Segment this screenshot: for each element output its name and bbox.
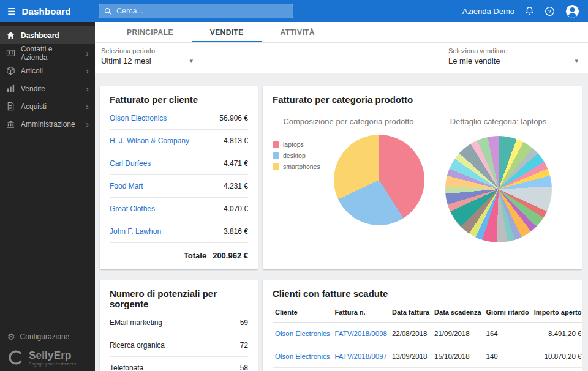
menu-icon[interactable]: ☰ <box>7 7 15 16</box>
client-link[interactable]: Great Clothes <box>110 204 155 213</box>
chevron-right-icon: › <box>86 120 89 129</box>
sidebar: Dashboard Contatti e Azienda › Articoli … <box>0 22 95 371</box>
tab-attivita[interactable]: ATTIVITÀ <box>262 22 333 42</box>
card-title: Fatturato per categoria prodotto <box>273 94 572 105</box>
total-value: 200.962 € <box>213 251 248 260</box>
invoice-link[interactable]: FATV/2018/0097 <box>334 353 386 360</box>
seller-select[interactable]: Le mie vendite ▾ <box>448 56 578 66</box>
card-title: Clienti con fatture scadute <box>273 288 572 299</box>
client-link[interactable]: Olson Electronics <box>275 353 330 360</box>
chevron-right-icon: › <box>86 102 89 111</box>
legend-swatch <box>273 152 279 159</box>
col-data-fattura: Data fattura <box>390 302 432 323</box>
company-name[interactable]: Azienda Demo <box>462 7 514 16</box>
contacts-icon <box>6 48 15 58</box>
period-filter: Seleziona periodo Ultimi 12 mesi ▾ <box>101 47 193 66</box>
client-value: 4.471 € <box>224 159 248 168</box>
client-link[interactable]: John F. Lawhon <box>110 227 161 236</box>
source-count: 58 <box>240 364 248 371</box>
source-name: EMail marketing <box>110 318 162 327</box>
list-item: Olson Electronics 56.906 € <box>110 107 248 130</box>
sidebar-item-configurazione[interactable]: ⚙ Configurazione <box>7 332 88 341</box>
svg-text:?: ? <box>548 8 551 14</box>
client-link[interactable]: Olson Electronics <box>110 114 167 122</box>
source-name: Ricerca organica <box>110 341 165 350</box>
chart-title: Composizione per categoria prodotto <box>283 117 413 126</box>
filter-bar: Seleziona periodo Ultimi 12 mesi ▾ Selez… <box>95 43 588 73</box>
card-title: Fatturato per cliente <box>110 94 248 105</box>
notifications-icon[interactable] <box>525 6 534 16</box>
pie-chart-categories <box>334 135 424 225</box>
source-count: 72 <box>240 341 248 350</box>
chevron-right-icon: › <box>86 67 89 75</box>
sidebar-item-vendite[interactable]: Vendite › <box>0 80 95 97</box>
period-select[interactable]: Ultimi 12 mesi ▾ <box>101 56 193 66</box>
legend-item: desktop <box>273 152 334 159</box>
configurazione-label: Configurazione <box>20 332 70 341</box>
client-link[interactable]: Food Mart <box>110 182 143 190</box>
card-revenue-by-category: Fatturato per categoria prodotto Composi… <box>263 86 582 269</box>
sidebar-nav: Dashboard Contatti e Azienda › Articoli … <box>0 22 95 133</box>
search-box[interactable] <box>99 4 293 18</box>
brand-text: SellyErp Engage your customers <box>29 350 76 366</box>
invoice-link[interactable]: FATV/2018/0098 <box>334 330 386 337</box>
category-composition-chart: Composizione per categoria prodotto lapt… <box>273 107 424 242</box>
sidebar-item-label: Contatti e Azienda <box>21 45 80 62</box>
total-row: Totale 200.962 € <box>110 243 248 268</box>
client-value: 4.231 € <box>224 182 248 190</box>
source-name: Telefonata <box>110 364 143 371</box>
client-value: 4.070 € <box>224 204 248 213</box>
col-fattura: Fattura n. <box>332 302 389 323</box>
sidebar-item-acquisti[interactable]: Acquisti › <box>0 97 95 115</box>
category-detail-chart: Dettaglio categoria: laptops <box>424 107 572 242</box>
total-label: Totale <box>184 251 206 260</box>
tab-principale[interactable]: PRINCIPALE <box>108 22 192 42</box>
invoice-date: 22/08/2018 <box>390 323 432 345</box>
client-value: 56.906 € <box>219 114 248 122</box>
client-link[interactable]: Carl Durfees <box>110 159 151 168</box>
sidebar-item-articoli[interactable]: Articoli › <box>0 62 95 80</box>
avatar[interactable] <box>565 4 579 18</box>
chart-legend: laptops desktop smartphones <box>273 141 334 170</box>
purchases-icon <box>6 102 15 111</box>
chevron-down-icon: ▾ <box>575 57 578 65</box>
gear-icon: ⚙ <box>7 332 15 341</box>
list-item: Ricerca organica 72 <box>110 334 248 357</box>
list-item: Great Clothes 4.070 € <box>110 198 248 220</box>
sidebar-item-label: Articoli <box>21 67 43 75</box>
seller-select-value: Le mie vendite <box>448 56 500 66</box>
help-icon[interactable]: ? <box>545 6 555 17</box>
page-title: Dashboard <box>21 6 70 17</box>
sidebar-footer: ⚙ Configurazione SellyErp Engage your cu… <box>0 332 95 366</box>
due-date: 21/09/2018 <box>432 323 483 345</box>
appbar-right: Azienda Demo ? <box>462 4 588 18</box>
table-header-row: Cliente Fattura n. Data fattura Data sca… <box>273 302 582 323</box>
col-importo-aperto: Importo aperto <box>532 302 582 323</box>
invoice-date: 13/09/2018 <box>390 345 432 368</box>
seller-filter-label: Seleziona venditore <box>448 47 578 54</box>
client-link[interactable]: H. J. Wilson & Company <box>110 137 189 145</box>
open-amount: 8.491,20 € <box>532 323 582 345</box>
chevron-right-icon: › <box>86 49 89 58</box>
list-item: H. J. Wilson & Company 4.813 € <box>110 130 248 152</box>
brand-logo: SellyErp Engage your customers <box>7 349 88 366</box>
legend-item: laptops <box>273 141 334 148</box>
due-date: 15/10/2018 <box>432 345 483 368</box>
table-row: Olson Electronics FATV/2018/0097 13/09/2… <box>273 345 582 368</box>
search-input[interactable] <box>116 7 288 15</box>
card-leads-by-source: Numero di potenziali per sorgente EMail … <box>100 280 258 371</box>
tab-vendite[interactable]: VENDITE <box>192 22 262 42</box>
seller-filter: Seleziona venditore Le mie vendite ▾ <box>448 47 578 66</box>
sidebar-item-contatti-e-azienda[interactable]: Contatti e Azienda › <box>0 44 95 62</box>
sellyerp-logo-icon <box>7 349 24 366</box>
cards-row-top: Fatturato per cliente Olson Electronics … <box>95 86 588 269</box>
sidebar-item-amministrazione[interactable]: Amministrazione › <box>0 115 95 133</box>
client-link[interactable]: Olson Electronics <box>275 330 330 337</box>
list-item: EMail marketing 59 <box>110 312 248 334</box>
sidebar-item-label: Acquisti <box>21 102 47 111</box>
period-select-value: Ultimi 12 mesi <box>101 56 151 66</box>
sidebar-item-label: Dashboard <box>21 31 59 40</box>
table-row: Olson Electronics FATV/2018/0098 22/08/2… <box>273 323 582 345</box>
sidebar-item-dashboard[interactable]: Dashboard <box>0 26 95 44</box>
col-data-scadenza: Data scadenza <box>432 302 483 323</box>
